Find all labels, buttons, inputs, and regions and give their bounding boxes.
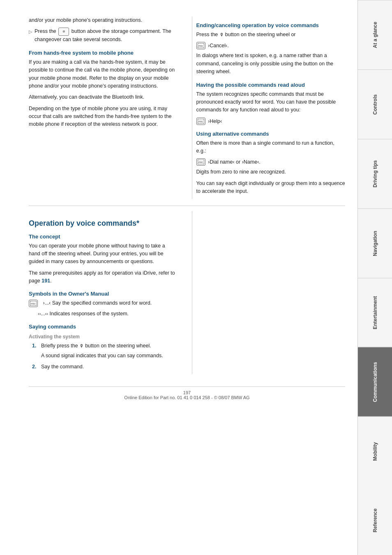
ending-cmd-text: ›Cancel‹. xyxy=(207,43,229,49)
voice-icon-symbols1: mic xyxy=(29,300,38,307)
numbered-item-1: 1. Briefly press the 🎙 button on the ste… xyxy=(32,342,178,360)
svg-text:mic: mic xyxy=(198,161,203,164)
sidebar-label-reference: Reference xyxy=(372,509,378,532)
having-cmd-text: ›Help‹ xyxy=(207,118,222,124)
sidebar-label-mobility: Mobility xyxy=(372,442,378,461)
left-col-bottom: Operation by voice commands* The concept… xyxy=(29,211,182,375)
voice-icon-dialname: mic xyxy=(196,158,205,166)
ending-p2: In dialogs where text is spoken, e.g. a … xyxy=(196,52,346,76)
symbols-bullet-1: mic ›...‹ Say the specified commands wor… xyxy=(29,299,178,307)
mic-icon-ending: 🎙 xyxy=(219,32,225,37)
footer-text: Online Edition for Part no. 01 41 0 014 … xyxy=(124,395,249,400)
sidebar-tab-controls[interactable]: Controls xyxy=(358,69,392,139)
left-col-top: and/or your mobile phone's operating ins… xyxy=(29,16,182,199)
page-number: 197 xyxy=(183,390,191,395)
concept-title: The concept xyxy=(29,234,178,240)
svg-text:mic: mic xyxy=(31,302,35,305)
concept-p1: You can operate your mobile phone withou… xyxy=(29,242,178,266)
from-handsfree-p2: Alternatively, you can deactivate the Bl… xyxy=(29,93,178,101)
two-column-top: and/or your mobile phone's operating ins… xyxy=(29,16,345,199)
sidebar-tab-driving-tips[interactable]: Driving tips xyxy=(358,139,392,208)
from-handsfree-title: From hands-free system to mobile phone xyxy=(29,50,178,56)
ending-title: Ending/canceling operation by voice comm… xyxy=(196,22,346,28)
numbered-item-2: 2. Say the command. xyxy=(32,363,178,371)
having-title: Having the possible commands read aloud xyxy=(196,82,346,88)
sidebar-tab-reference[interactable]: Reference xyxy=(358,486,392,555)
svg-text:mic: mic xyxy=(198,120,203,123)
operation-title: Operation by voice commands* xyxy=(29,219,178,228)
right-col-top: Ending/canceling operation by voice comm… xyxy=(192,16,346,199)
from-handsfree-p1: If you are making a call via the hands-f… xyxy=(29,58,178,90)
right-col-bottom xyxy=(192,211,346,375)
sidebar-label-controls: Controls xyxy=(372,94,378,114)
sidebar-label-driving-tips: Driving tips xyxy=(372,160,378,187)
activating-title: Activating the system xyxy=(29,334,178,340)
activating-note: A sound signal indicates that you can sa… xyxy=(41,352,163,360)
sidebar-tab-navigation[interactable]: Navigation xyxy=(358,208,392,278)
concept-p2-link[interactable]: 191 xyxy=(42,278,50,284)
bullet-press-text: Press the ⊕ button above the storage com… xyxy=(35,28,178,44)
using-p2: Digits from zero to nine are recognized. xyxy=(196,168,346,176)
bullet-arrow-1: ▷ xyxy=(29,28,32,35)
two-column-bottom: Operation by voice commands* The concept… xyxy=(29,211,345,375)
saying-title: Saying commands xyxy=(29,324,178,330)
num-2: 2. xyxy=(32,363,38,371)
top-para1: and/or your mobile phone's operating ins… xyxy=(29,16,178,24)
symbols-text-1: ›...‹ Say the specified commands word fo… xyxy=(42,299,152,307)
section-divider xyxy=(29,206,345,206)
symbols-text-2: ››...‹‹ Indicates responses of the syste… xyxy=(38,311,129,317)
sidebar-label-at-a-glance: At a glance xyxy=(372,22,378,48)
num-1: 1. xyxy=(32,342,38,360)
sidebar-tab-at-a-glance[interactable]: At a glance xyxy=(358,0,392,69)
ending-cmd-line: mic ›Cancel‹. xyxy=(196,42,346,49)
symbols-title: Symbols in the Owner's Manual xyxy=(29,291,178,297)
voice-icon-cancel: mic xyxy=(196,42,205,49)
numbered-list: 1. Briefly press the 🎙 button on the ste… xyxy=(32,342,178,371)
storage-button-icon: ⊕ xyxy=(58,28,69,36)
symbols-bullet-2: ››...‹‹ Indicates responses of the syste… xyxy=(38,310,178,318)
voice-icon-help: mic xyxy=(196,118,205,125)
having-cmd-line: mic ›Help‹ xyxy=(196,118,346,125)
sidebar-tab-communications[interactable]: Communications xyxy=(358,347,392,416)
using-p1: Often there is more than a single comman… xyxy=(196,139,346,155)
main-content: and/or your mobile phone's operating ins… xyxy=(0,0,357,555)
using-p3: You can say each digit individually or g… xyxy=(196,180,346,196)
sidebar-label-communications: Communications xyxy=(372,362,378,402)
using-title: Using alternative commands xyxy=(196,131,346,137)
page-footer: 197 Online Edition for Part no. 01 41 0 … xyxy=(29,386,345,400)
ending-p1: Press the 🎙 button on the steering wheel… xyxy=(196,31,346,39)
activating-step1: Briefly press the 🎙 button on the steeri… xyxy=(41,342,163,360)
having-p1: The system recognizes specific commands … xyxy=(196,90,346,114)
sidebar-label-entertainment: Entertainment xyxy=(372,296,378,329)
using-cmd-line: mic ›Dial name‹ or ›Name‹. xyxy=(196,158,346,166)
top-section: and/or your mobile phone's operating ins… xyxy=(29,16,345,199)
from-handsfree-p3: Depending on the type of mobile phone yo… xyxy=(29,105,178,129)
activating-step2: Say the command. xyxy=(41,363,84,371)
concept-p2: The same prerequisites apply as for oper… xyxy=(29,269,178,285)
sidebar: At a glance Controls Driving tips Naviga… xyxy=(357,0,392,555)
sidebar-tab-mobility[interactable]: Mobility xyxy=(358,416,392,486)
sidebar-label-navigation: Navigation xyxy=(372,231,378,256)
mic-icon-activating: 🎙 xyxy=(79,343,85,348)
svg-text:mic: mic xyxy=(198,44,203,47)
using-cmd-text: ›Dial name‹ or ›Name‹. xyxy=(207,159,261,165)
sidebar-tab-entertainment[interactable]: Entertainment xyxy=(358,278,392,347)
page-container: and/or your mobile phone's operating ins… xyxy=(0,0,392,555)
bullet-press-btn: ▷ Press the ⊕ button above the storage c… xyxy=(29,28,178,44)
